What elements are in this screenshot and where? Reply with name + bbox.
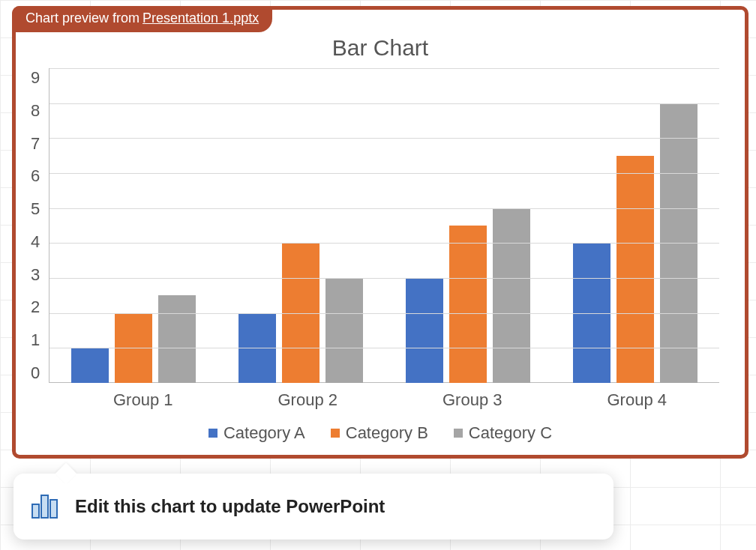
gridline	[50, 208, 719, 209]
gridline	[50, 243, 719, 244]
bar-groups	[50, 68, 719, 383]
bar	[71, 348, 109, 383]
y-axis: 9876543210	[31, 68, 49, 383]
gridline	[50, 138, 719, 139]
legend-swatch	[208, 429, 218, 438]
bar-chart-icon	[30, 493, 60, 520]
gridline	[50, 348, 719, 348]
bar	[326, 278, 363, 383]
bar-group	[406, 68, 530, 383]
legend-label: Category C	[469, 423, 552, 443]
y-axis-tick: 9	[31, 68, 40, 88]
y-axis-tick: 5	[31, 199, 40, 219]
bar-group	[238, 68, 363, 383]
bar	[406, 278, 443, 383]
legend-item: Category C	[454, 423, 552, 443]
svg-rect-0	[32, 504, 39, 518]
y-axis-tick: 7	[31, 134, 40, 154]
gridline	[50, 313, 719, 314]
bar-group	[573, 68, 698, 383]
legend-item: Category A	[208, 423, 305, 443]
bar	[449, 226, 487, 383]
bar-group	[71, 68, 196, 383]
gridline	[50, 173, 719, 174]
legend-swatch	[454, 429, 463, 438]
y-axis-tick: 4	[31, 232, 40, 252]
preview-filename-link[interactable]: Presentation 1.pptx	[142, 10, 259, 26]
x-axis-label: Group 3	[442, 390, 502, 410]
legend-item: Category B	[331, 423, 428, 443]
y-axis-tick: 3	[31, 265, 40, 285]
x-axis-label: Group 4	[608, 390, 668, 410]
legend-label: Category B	[346, 423, 428, 443]
y-axis-tick: 0	[31, 363, 40, 383]
x-axis-labels: Group 1Group 2Group 3Group 4	[61, 390, 736, 410]
gridline	[50, 278, 719, 279]
preview-tab-prefix: Chart preview from	[26, 10, 140, 26]
chart-preview-tab: Chart preview from Presentation 1.pptx	[12, 6, 272, 32]
x-axis-label: Group 2	[278, 390, 338, 410]
legend-label: Category A	[224, 423, 305, 443]
y-axis-tick: 2	[31, 297, 40, 317]
y-axis-tick: 8	[31, 101, 40, 121]
svg-rect-1	[41, 495, 48, 518]
legend-swatch	[331, 429, 340, 438]
y-axis-tick: 1	[31, 330, 40, 350]
x-axis-label: Group 1	[113, 390, 173, 410]
edit-chart-callout[interactable]: Edit this chart to update PowerPoint	[14, 474, 614, 540]
bar	[493, 208, 530, 383]
chart-legend: Category ACategory BCategory C	[25, 423, 736, 443]
gridline	[50, 103, 719, 104]
plot-area	[49, 68, 719, 383]
plot-wrap: 9876543210	[25, 68, 736, 383]
chart-title: Bar Chart	[25, 35, 736, 61]
svg-rect-2	[50, 500, 57, 518]
chart-area[interactable]: Bar Chart 9876543210 Group 1Group 2Group…	[25, 31, 736, 446]
gridline	[50, 68, 719, 69]
bar	[616, 156, 654, 383]
bar	[158, 295, 196, 383]
chart-preview-frame: Chart preview from Presentation 1.pptx B…	[12, 6, 748, 459]
edit-chart-callout-text: Edit this chart to update PowerPoint	[75, 496, 385, 517]
y-axis-tick: 6	[31, 166, 40, 186]
